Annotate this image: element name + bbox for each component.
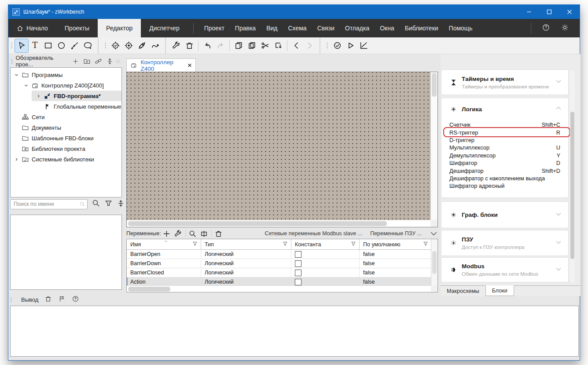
explorer-menu-button[interactable] [114, 57, 122, 66]
block-item-decoder[interactable]: Дешифратор Shift+D [441, 167, 568, 174]
start-debug-button[interactable] [344, 39, 357, 52]
delete-variable-button[interactable] [213, 229, 224, 238]
menu-edit[interactable]: Правка [230, 19, 261, 37]
connector-tool-button[interactable] [68, 39, 81, 52]
block-item-address-encoder[interactable]: Шифратор адресный [441, 182, 568, 190]
column-header-constant[interactable]: Константа [291, 239, 360, 249]
block-item-counter[interactable]: Счетчик Shift+C [441, 121, 568, 128]
block-item-d-trigger[interactable]: D-триггер [441, 136, 568, 144]
menu-schema[interactable]: Схема [283, 19, 312, 37]
constant-checkbox[interactable] [295, 279, 301, 285]
select-tool-button[interactable] [15, 39, 28, 52]
tree-item-system-libraries[interactable]: Системные библиотеки [11, 154, 121, 164]
block-item-multiplexer[interactable]: Мультиплексор U [441, 144, 568, 151]
comment-tool-button[interactable] [81, 39, 94, 52]
search-button[interactable] [92, 199, 100, 209]
column-header-type[interactable]: Тип [201, 239, 291, 249]
tab-macroschemes[interactable]: Макросхемы [441, 286, 485, 296]
find-variable-button[interactable] [187, 229, 198, 238]
rom-variables-link[interactable]: Переменные ПЗУ ... [370, 230, 422, 237]
toolbar-grip[interactable] [326, 42, 328, 49]
flag-filter-button[interactable] [58, 295, 66, 304]
toolbar-grip[interactable] [104, 42, 107, 49]
redo-button[interactable] [214, 39, 227, 52]
canvas-hscrollbar[interactable] [127, 220, 430, 227]
nav-tab-dispatcher[interactable]: Диспетчер [141, 19, 187, 37]
logic-section-header[interactable]: Логика [441, 98, 568, 120]
ellipse-tool-button[interactable] [55, 39, 68, 52]
cut-button[interactable] [258, 39, 272, 52]
column-header-default[interactable]: По умолчанию [360, 239, 431, 249]
rectangle-tool-button[interactable] [41, 39, 55, 52]
network-variables-link[interactable]: Сетевые переменные Modbus slave ... [265, 230, 363, 237]
run-project-button[interactable] [135, 39, 148, 52]
block-section-modbus[interactable]: Modbus Обмен данными по сети Modbus [441, 258, 568, 282]
settings-button[interactable] [561, 23, 569, 33]
filter-funnel-icon[interactable] [192, 241, 198, 248]
chevron-down-icon[interactable] [554, 77, 563, 88]
chevron-down-icon[interactable] [13, 73, 20, 77]
canvas-vscroll-thumb[interactable] [432, 73, 437, 97]
tree-item-project-libraries[interactable]: Библиотеки проекта [11, 143, 121, 154]
canvas-vscrollbar[interactable] [430, 72, 437, 220]
menu-debug[interactable]: Отладка [340, 19, 375, 37]
copy-button[interactable] [232, 39, 245, 52]
constant-checkbox[interactable] [295, 260, 301, 267]
block-section-rom[interactable]: ПЗУ Доступ к ПЗУ контроллера [441, 230, 568, 255]
menu-libraries[interactable]: Библиотеки [400, 19, 444, 37]
compile-button[interactable] [109, 39, 122, 52]
tab-blocks[interactable]: Блоки [485, 285, 514, 296]
column-header-name[interactable]: Имя [127, 239, 201, 249]
panel-grip[interactable] [11, 58, 13, 64]
reset-button[interactable] [148, 39, 162, 52]
chevron-down-icon[interactable] [554, 210, 563, 220]
trends-button[interactable] [357, 39, 370, 52]
chevron-down-icon[interactable] [554, 265, 563, 275]
output-console[interactable] [10, 306, 579, 357]
navigate-back-button[interactable] [290, 39, 303, 52]
filter-funnel-icon[interactable] [423, 241, 429, 248]
app-icon[interactable] [12, 8, 20, 16]
chevron-down-icon[interactable] [430, 230, 438, 238]
add-folder-button[interactable] [82, 57, 91, 66]
block-section-graph-blocks[interactable]: Граф. блоки [441, 202, 568, 228]
toolbar-grip[interactable] [11, 42, 13, 49]
undo-button[interactable] [201, 39, 214, 52]
block-item-demultiplexer[interactable]: Демультиплексор Y [441, 152, 568, 159]
close-tab-icon[interactable] [187, 63, 192, 68]
navigate-forward-button[interactable] [303, 39, 316, 52]
menu-help[interactable]: Помощь [444, 19, 478, 37]
properties-button[interactable] [169, 39, 183, 52]
menu-windows[interactable]: Окна [375, 19, 400, 37]
tree-item-template-fbd-blocks[interactable]: Шаблонные FBD-блоки [11, 133, 121, 143]
table-vscroll-thumb[interactable] [432, 251, 437, 274]
table-row[interactable]: BarrierDown Логический false [127, 259, 431, 268]
schema-canvas[interactable] [127, 72, 430, 220]
tree-item-controller-z400[interactable]: Контроллер Z400[Z400] [11, 80, 121, 91]
filter-funnel-icon[interactable] [282, 241, 288, 248]
chevron-right-icon[interactable] [35, 94, 42, 99]
clear-output-button[interactable] [44, 295, 52, 304]
table-row[interactable]: BarrierClosed Логический false [127, 268, 431, 277]
nav-tab-projects[interactable]: Проекты [56, 19, 98, 37]
table-hscrollbar[interactable] [127, 285, 431, 292]
columns-button[interactable] [198, 229, 210, 238]
expand-collapse-all-button[interactable] [105, 57, 114, 66]
close-button[interactable] [559, 5, 580, 19]
filter-button[interactable] [104, 199, 113, 209]
table-hscroll-thumb[interactable] [128, 287, 170, 292]
chevron-up-icon[interactable] [554, 104, 563, 114]
chevron-down-icon[interactable] [554, 238, 563, 248]
tree-item-fbd-program[interactable]: FBD-программа* [11, 91, 121, 101]
output-help-button[interactable] [72, 295, 79, 304]
edit-variable-button[interactable] [173, 229, 184, 238]
tree-item-global-variables[interactable]: Глобальные переменные [11, 101, 121, 112]
blocks-scroll-thumb[interactable] [570, 112, 574, 259]
table-vscrollbar[interactable] [431, 239, 437, 286]
block-item-encoder[interactable]: Шифратор D [441, 159, 568, 167]
nav-tab-editor[interactable]: Редактор [98, 19, 141, 37]
canvas-hscroll-thumb[interactable] [128, 221, 387, 226]
tree-item-programs[interactable]: Программы [11, 69, 121, 80]
help-button[interactable] [542, 23, 550, 33]
tree-item-documents[interactable]: Документы [11, 122, 121, 133]
